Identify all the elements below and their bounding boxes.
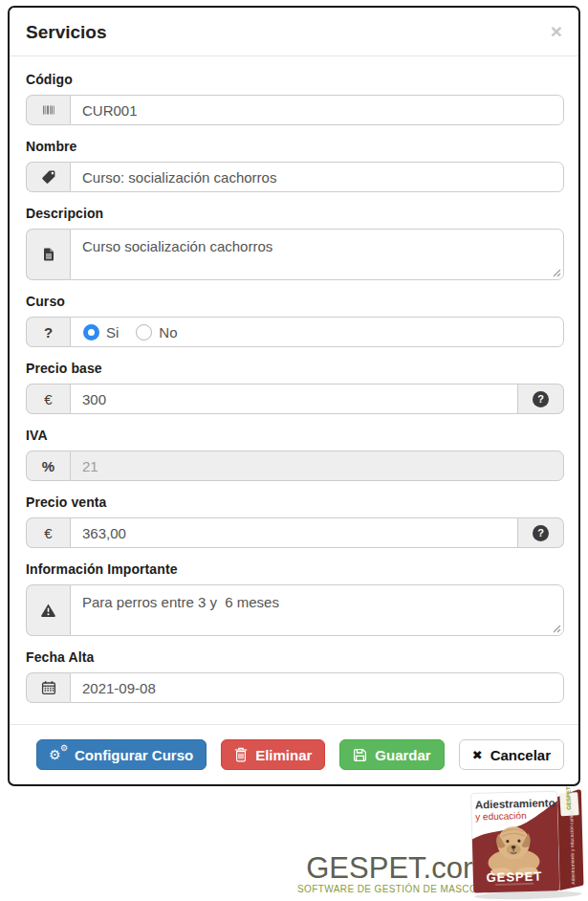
modal-header: Servicios ×	[10, 8, 578, 56]
iva-label: IVA	[26, 428, 564, 443]
gears-icon: ⚙ ⚙	[50, 747, 67, 763]
precio-base-help-addon: ?	[518, 384, 564, 414]
page: Servicios × Código	[0, 0, 588, 901]
guardar-button[interactable]: Guardar	[339, 739, 444, 770]
precio-venta-label: Precio venta	[26, 494, 564, 510]
trash-icon	[234, 747, 248, 762]
gespet-logo-tagline: SOFTWARE DE GESTIÓN DE MASCOTAS	[297, 884, 496, 894]
info-importante-label: Información Importante	[26, 561, 564, 577]
modal-title: Servicios	[26, 22, 107, 43]
file-text-icon	[26, 229, 70, 280]
product-box-image: GESPET Adiestramiento y educación canina…	[468, 786, 586, 901]
box-title-line1: Adiestramiento	[475, 797, 555, 810]
modal-footer: ⚙ ⚙ Configurar Curso	[10, 724, 578, 784]
field-precio-venta: Precio venta € ?	[26, 494, 564, 548]
field-nombre: Nombre	[26, 139, 564, 192]
precio-venta-input[interactable]	[70, 517, 518, 548]
codigo-label: Código	[26, 72, 564, 87]
servicios-modal: Servicios × Código	[8, 6, 580, 786]
field-info-importante: Información Importante Para perros entre…	[26, 561, 564, 636]
euro-icon: €	[26, 517, 70, 548]
precio-venta-help-addon: ?	[518, 517, 564, 548]
warning-icon	[26, 584, 70, 636]
field-descripcion: Descripcion Curso socialización cachorro…	[26, 206, 564, 280]
configurar-curso-button[interactable]: ⚙ ⚙ Configurar Curso	[36, 739, 207, 770]
calendar-icon	[26, 672, 70, 703]
radio-option-si[interactable]: Si	[83, 324, 119, 341]
info-importante-textarea[interactable]: Para perros entre 3 y 6 meses	[70, 584, 564, 636]
field-fecha-alta: Fecha Alta	[26, 649, 564, 703]
modal-body: Código	[10, 56, 578, 724]
eliminar-button[interactable]: Eliminar	[221, 739, 325, 770]
percent-icon: %	[26, 450, 70, 481]
field-codigo: Código	[26, 72, 564, 125]
gespet-logo: GESPET.com SOFTWARE DE GESTIÓN DE MASCOT…	[297, 854, 496, 894]
radio-option-no[interactable]: No	[136, 324, 177, 341]
resize-handle-icon[interactable]	[552, 268, 561, 277]
field-precio-base: Precio base € ?	[26, 361, 564, 414]
radio-no-label: No	[159, 324, 177, 341]
field-curso: Curso ? Si No	[26, 294, 564, 347]
codigo-input[interactable]	[70, 95, 564, 125]
nombre-label: Nombre	[26, 139, 564, 154]
radio-unselected-icon[interactable]	[136, 324, 152, 341]
x-icon: ✖	[472, 749, 483, 761]
precio-base-input[interactable]	[70, 384, 518, 414]
curso-label: Curso	[26, 294, 564, 309]
cancelar-button[interactable]: ✖ Cancelar	[459, 739, 564, 770]
precio-base-label: Precio base	[26, 361, 564, 376]
box-title-line2: y educación	[475, 810, 527, 822]
fecha-alta-input[interactable]	[70, 672, 564, 703]
resize-handle-icon[interactable]	[552, 624, 561, 633]
help-circle-icon[interactable]: ?	[533, 525, 549, 541]
gespet-logo-text: GESPET.com	[297, 854, 496, 883]
curso-radio-group: Si No	[70, 317, 564, 347]
question-icon: ?	[26, 317, 70, 347]
nombre-input[interactable]	[70, 162, 564, 192]
radio-si-label: Si	[106, 324, 119, 341]
close-icon[interactable]: ×	[551, 22, 562, 41]
descripcion-textarea[interactable]: Curso socialización cachorros	[70, 229, 564, 280]
help-circle-icon[interactable]: ?	[533, 391, 549, 407]
euro-icon: €	[26, 384, 70, 414]
box-spine-brand: GESPET	[565, 786, 572, 810]
radio-selected-icon[interactable]	[83, 324, 99, 341]
save-icon	[353, 748, 367, 762]
barcode-icon	[26, 95, 70, 125]
iva-input	[70, 450, 564, 481]
field-iva: IVA %	[26, 428, 564, 481]
box-brand: GESPET	[486, 869, 542, 886]
fecha-alta-label: Fecha Alta	[26, 649, 564, 665]
descripcion-label: Descripcion	[26, 206, 564, 221]
tag-icon	[26, 162, 70, 192]
